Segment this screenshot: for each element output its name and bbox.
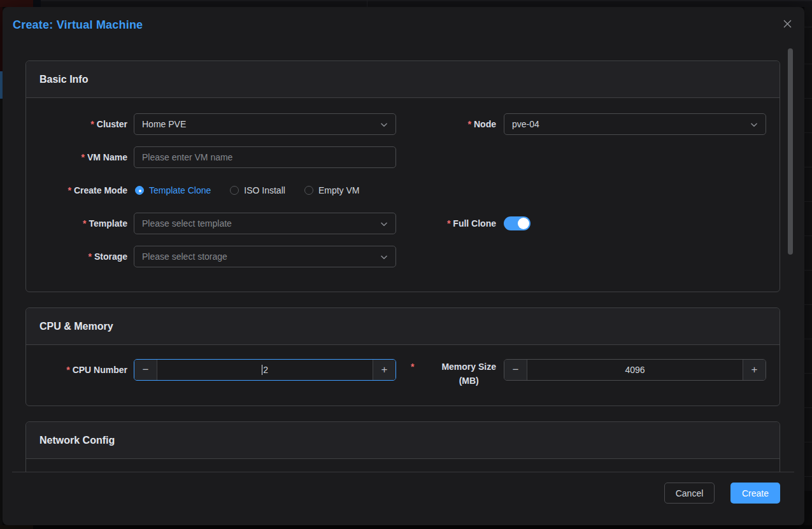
radio-empty-vm[interactable]: Empty VM — [304, 185, 360, 195]
required-mark: * — [447, 218, 450, 229]
chevron-down-icon — [380, 253, 388, 262]
create-mode-radio-group: Template Clone ISO Install Empty VM — [134, 180, 490, 201]
memory-size-stepper: − 4096 + — [504, 359, 766, 381]
storage-select[interactable]: Please select storage — [134, 246, 396, 267]
required-mark: * — [88, 251, 91, 262]
create-vm-dialog: Create: Virtual Machine Basic Info *Clus… — [3, 7, 804, 525]
radio-template-clone[interactable]: Template Clone — [135, 185, 211, 195]
section-title: Network Config — [39, 435, 115, 446]
backdrop-table-bottom — [804, 491, 812, 525]
radio-dot-icon — [230, 186, 239, 195]
memory-size-unit: (MB) — [441, 374, 496, 388]
full-clone-label: *Full Clone — [411, 213, 496, 234]
footer-divider — [12, 472, 794, 472]
backdrop-bottom-left — [0, 525, 33, 529]
node-label: *Node — [411, 113, 496, 135]
increase-button[interactable]: + — [743, 360, 766, 380]
decrease-button[interactable]: − — [504, 360, 527, 380]
cluster-label: *Cluster — [35, 113, 127, 135]
cpu-number-value: 2 — [263, 365, 268, 375]
storage-label: *Storage — [35, 246, 127, 267]
chevron-down-icon — [380, 220, 388, 229]
node-select[interactable]: pve-04 — [504, 113, 766, 135]
cluster-select[interactable]: Home PVE — [134, 113, 396, 135]
section-network-config-header: Network Config — [26, 422, 780, 459]
backdrop-table-header — [41, 0, 812, 7]
template-placeholder: Please select template — [142, 218, 232, 229]
row-cpu-memory: *CPU Number − 2 + * — [35, 359, 780, 388]
text-caret — [262, 365, 263, 375]
backdrop-logo-block — [0, 0, 33, 7]
toggle-knob — [518, 218, 529, 229]
dialog-footer: Cancel Create — [3, 472, 804, 518]
vm-name-input[interactable]: Please enter VM name — [134, 146, 396, 168]
dialog-body: Basic Info *Cluster Home PVE *Node — [3, 46, 804, 472]
chevron-down-icon — [380, 120, 388, 129]
full-clone-toggle[interactable] — [504, 216, 531, 230]
close-icon[interactable] — [780, 17, 794, 31]
template-label: *Template — [35, 213, 127, 234]
memory-size-value: 4096 — [625, 365, 645, 375]
required-mark: * — [68, 185, 71, 195]
radio-dot-icon — [304, 186, 313, 195]
section-basic-info-header: Basic Info — [26, 61, 780, 98]
section-network-config: Network Config — [25, 421, 780, 472]
section-basic-info: Basic Info *Cluster Home PVE *Node — [25, 60, 780, 292]
required-mark: * — [411, 360, 414, 388]
cluster-value: Home PVE — [142, 119, 186, 129]
required-mark: * — [82, 152, 85, 162]
section-cpu-memory: CPU & Memory *CPU Number − 2 + — [25, 307, 780, 406]
memory-size-label: * Memory Size (MB) — [411, 359, 496, 388]
cpu-number-label: *CPU Number — [35, 359, 127, 381]
required-mark: * — [83, 218, 86, 229]
section-title: CPU & Memory — [39, 321, 113, 332]
row-template-fullclone: *Template Please select template *Full C… — [35, 213, 780, 234]
row-cluster-node: *Cluster Home PVE *Node pve-04 — [35, 113, 780, 135]
vm-name-placeholder: Please enter VM name — [142, 152, 232, 162]
cpu-number-stepper: − 2 + — [134, 359, 396, 381]
section-cpu-memory-header: CPU & Memory — [26, 308, 780, 345]
row-storage: *Storage Please select storage — [35, 246, 780, 267]
radio-iso-install[interactable]: ISO Install — [230, 185, 285, 195]
storage-placeholder: Please select storage — [142, 251, 227, 262]
row-vm-name: *VM Name Please enter VM name — [35, 146, 780, 168]
cancel-button[interactable]: Cancel — [664, 483, 715, 504]
create-button[interactable]: Create — [730, 483, 780, 504]
memory-size-input[interactable]: 4096 — [527, 360, 743, 380]
required-mark: * — [90, 119, 94, 129]
section-title: Basic Info — [39, 74, 88, 85]
chevron-down-icon — [750, 120, 759, 129]
backdrop-table-divider — [367, 0, 367, 7]
row-create-mode: *Create Mode Template Clone ISO Install — [35, 180, 780, 201]
node-value: pve-04 — [512, 119, 539, 129]
backdrop-bottom — [33, 525, 812, 529]
required-mark: * — [468, 119, 471, 129]
dialog-title: Create: Virtual Machine — [13, 18, 143, 32]
create-mode-label: *Create Mode — [35, 180, 127, 201]
decrease-button[interactable]: − — [134, 360, 157, 380]
radio-dot-icon — [135, 186, 144, 195]
scrollbar-thumb[interactable] — [788, 48, 793, 255]
backdrop-table-rows — [804, 7, 812, 491]
backdrop-sidebar-block — [33, 0, 41, 7]
required-mark: * — [66, 365, 69, 375]
increase-button[interactable]: + — [373, 360, 395, 380]
cpu-number-input[interactable]: 2 — [157, 360, 373, 380]
template-select[interactable]: Please select template — [134, 213, 396, 234]
vm-name-label: *VM Name — [35, 146, 127, 168]
